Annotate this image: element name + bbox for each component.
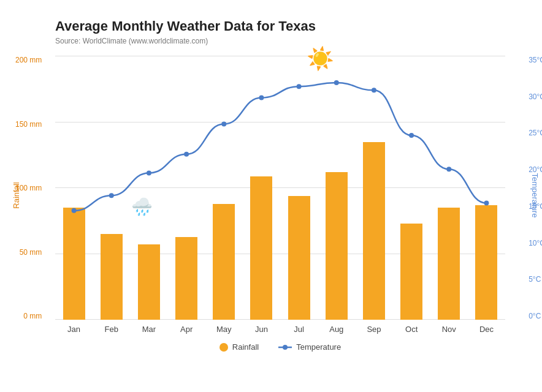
y-right-tick-25: 25°C xyxy=(529,129,542,137)
y-left-tick-150: 150 mm xyxy=(15,121,42,128)
chart-area: 0 mm 50 mm 100 mm 150 mm 200 mm 0°C 5°C … xyxy=(55,56,505,320)
bar-sep xyxy=(363,142,385,320)
bar-group xyxy=(430,56,468,320)
bar-group xyxy=(280,56,318,320)
x-label-sep: Sep xyxy=(355,325,392,334)
cloud-icon: 🌧️ xyxy=(131,198,153,216)
bar-mar xyxy=(138,244,160,320)
bar-group xyxy=(318,56,355,320)
bar-dec xyxy=(475,205,497,320)
x-label-oct: Oct xyxy=(393,325,430,334)
x-axis: JanFebMarAprMayJunJulAugSepOctNovDec xyxy=(55,325,505,334)
x-label-aug: Aug xyxy=(318,325,355,334)
y-left-tick-200: 200 mm xyxy=(15,56,42,64)
bar-jul xyxy=(288,196,310,320)
bar-group xyxy=(205,56,243,320)
y-axis-right: 0°C 5°C 10°C 15°C 20°C 25°C 30°C 35°C xyxy=(529,56,542,320)
x-label-jan: Jan xyxy=(55,325,93,334)
x-label-jul: Jul xyxy=(280,325,318,334)
bar-group xyxy=(243,56,280,320)
y-left-tick-100: 100 mm xyxy=(15,184,42,192)
bar-group xyxy=(468,56,505,320)
bar-oct xyxy=(400,224,422,320)
y-right-tick-20: 20°C xyxy=(529,166,542,173)
legend-temperature-icon xyxy=(278,343,292,352)
bar-group xyxy=(130,56,167,320)
x-label-jun: Jun xyxy=(243,325,280,334)
y-right-tick-5: 5°C xyxy=(529,276,541,283)
bar-feb xyxy=(101,234,123,320)
bar-group xyxy=(393,56,430,320)
chart-container: Average Monthly Weather Data for Texas S… xyxy=(0,0,542,392)
bar-group xyxy=(93,56,130,320)
bar-group xyxy=(55,56,93,320)
bar-apr xyxy=(175,237,197,320)
sun-icon: ☀️ xyxy=(307,48,334,70)
legend-rainfall-label: Rainfall xyxy=(232,342,259,352)
bar-jun xyxy=(250,176,272,320)
y-right-tick-0: 0°C xyxy=(529,312,541,320)
chart-source: Source: WorldClimate (www.worldclimate.c… xyxy=(55,37,505,45)
bar-jan xyxy=(63,208,85,320)
y-right-tick-35: 35°C xyxy=(529,56,542,64)
x-label-nov: Nov xyxy=(430,325,468,334)
y-right-tick-10: 10°C xyxy=(529,239,542,247)
bar-group xyxy=(168,56,205,320)
x-label-may: May xyxy=(205,325,243,334)
svg-point-1 xyxy=(283,345,288,350)
x-label-apr: Apr xyxy=(168,325,205,334)
bar-nov xyxy=(438,208,460,320)
x-label-dec: Dec xyxy=(468,325,505,334)
y-left-tick-0: 0 mm xyxy=(23,312,42,320)
bar-may xyxy=(213,204,235,320)
bars-area xyxy=(55,56,505,320)
y-left-tick-50: 50 mm xyxy=(20,249,42,256)
legend-temperature: Temperature xyxy=(278,342,341,352)
y-right-tick-15: 15°C xyxy=(529,203,542,210)
x-label-feb: Feb xyxy=(93,325,130,334)
y-axis-left: 0 mm 50 mm 100 mm 150 mm 200 mm xyxy=(15,56,42,320)
legend: Rainfall Temperature xyxy=(55,342,505,352)
y-right-tick-30: 30°C xyxy=(529,93,542,100)
bar-aug xyxy=(326,172,348,320)
chart-title: Average Monthly Weather Data for Texas xyxy=(55,18,505,34)
legend-rainfall: Rainfall xyxy=(219,342,259,352)
bar-group xyxy=(355,56,392,320)
legend-temperature-label: Temperature xyxy=(296,342,341,352)
legend-rainfall-icon xyxy=(219,343,228,352)
x-label-mar: Mar xyxy=(130,325,167,334)
